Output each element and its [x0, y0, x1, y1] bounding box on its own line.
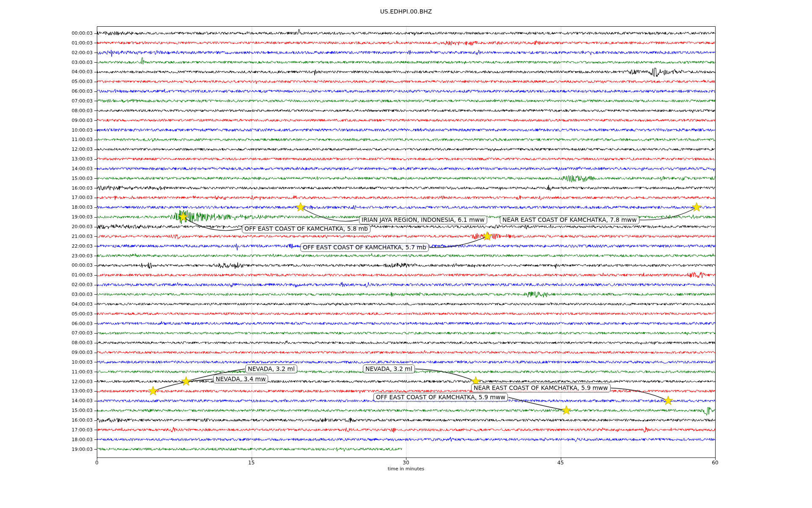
y-tick-label: 23:00:03: [0, 253, 93, 259]
y-tick-label: 07:00:03: [0, 98, 93, 104]
y-tick-label: 14:00:03: [0, 398, 93, 403]
plot-title: US.EDHPI.00.BHZ: [380, 8, 432, 15]
y-tick-label: 19:00:03: [0, 447, 93, 452]
y-tick-label: 01:00:03: [0, 40, 93, 46]
y-tick-label: 15:00:03: [0, 176, 93, 181]
y-tick-label: 10:00:03: [0, 359, 93, 365]
y-tick-label: 20:00:03: [0, 224, 93, 229]
y-tick-label: 16:00:03: [0, 417, 93, 423]
y-tick-label: 02:00:03: [0, 50, 93, 55]
x-tick-label: 60: [712, 460, 718, 466]
y-tick-label: 14:00:03: [0, 166, 93, 171]
event-label: NEAR EAST COAST OF KAMCHATKA, 7.8 mww: [500, 215, 639, 224]
y-tick-label: 00:00:03: [0, 30, 93, 36]
y-tick-label: 11:00:03: [0, 369, 93, 375]
y-tick-label: 02:00:03: [0, 282, 93, 287]
event-label: IRIAN JAYA REGION, INDONESIA, 6.1 mww: [359, 215, 487, 224]
seismogram-canvas: [0, 0, 812, 508]
y-tick-label: 06:00:03: [0, 321, 93, 326]
y-tick-label: 04:00:03: [0, 69, 93, 75]
y-tick-label: 18:00:03: [0, 437, 93, 442]
y-tick-label: 16:00:03: [0, 185, 93, 191]
y-tick-label: 22:00:03: [0, 243, 93, 249]
y-tick-label: 19:00:03: [0, 214, 93, 220]
y-tick-label: 17:00:03: [0, 427, 93, 433]
y-tick-label: 12:00:03: [0, 146, 93, 152]
y-tick-label: 03:00:03: [0, 292, 93, 297]
y-tick-label: 15:00:03: [0, 408, 93, 413]
y-tick-label: 17:00:03: [0, 195, 93, 200]
y-tick-label: 09:00:03: [0, 350, 93, 355]
y-tick-label: 05:00:03: [0, 79, 93, 84]
y-tick-label: 13:00:03: [0, 388, 93, 394]
event-label: NEAR EAST COAST OF KAMCHATKA, 5.9 mww: [471, 384, 611, 392]
y-tick-label: 13:00:03: [0, 156, 93, 162]
y-tick-label: 21:00:03: [0, 234, 93, 239]
seismogram-dayplot: US.EDHPI.00.BHZ 00:00:0301:00:0302:00:03…: [0, 0, 812, 508]
x-tick-label: 0: [95, 460, 99, 466]
y-tick-label: 18:00:03: [0, 204, 93, 210]
x-tick-label: 45: [557, 460, 564, 466]
y-tick-label: 03:00:03: [0, 60, 93, 65]
event-label: NEVADA, 3.4 mw: [213, 375, 268, 384]
event-label: OFF EAST COAST OF KAMCHATKA, 5.9 mww: [373, 393, 508, 402]
event-label: OFF EAST COAST OF KAMCHATKA, 5.8 mb: [242, 224, 370, 233]
y-tick-label: 11:00:03: [0, 137, 93, 142]
x-axis-title: time in minutes: [388, 466, 424, 472]
y-tick-label: 06:00:03: [0, 88, 93, 94]
y-tick-label: 09:00:03: [0, 118, 93, 123]
y-tick-label: 04:00:03: [0, 301, 93, 307]
x-tick-label: 15: [248, 460, 255, 466]
y-tick-label: 12:00:03: [0, 379, 93, 384]
y-tick-label: 08:00:03: [0, 108, 93, 113]
y-tick-label: 10:00:03: [0, 127, 93, 133]
y-tick-label: 07:00:03: [0, 330, 93, 336]
x-tick-label: 30: [403, 460, 409, 466]
y-tick-label: 08:00:03: [0, 340, 93, 345]
y-tick-label: 01:00:03: [0, 272, 93, 278]
event-label: OFF EAST COAST OF KAMCHATKA, 5.7 mb: [300, 243, 429, 252]
event-label: NEVADA, 3.2 ml: [363, 364, 415, 373]
event-label: NEVADA, 3.2 ml: [245, 364, 297, 373]
y-tick-label: 05:00:03: [0, 311, 93, 317]
y-tick-label: 00:00:03: [0, 262, 93, 268]
